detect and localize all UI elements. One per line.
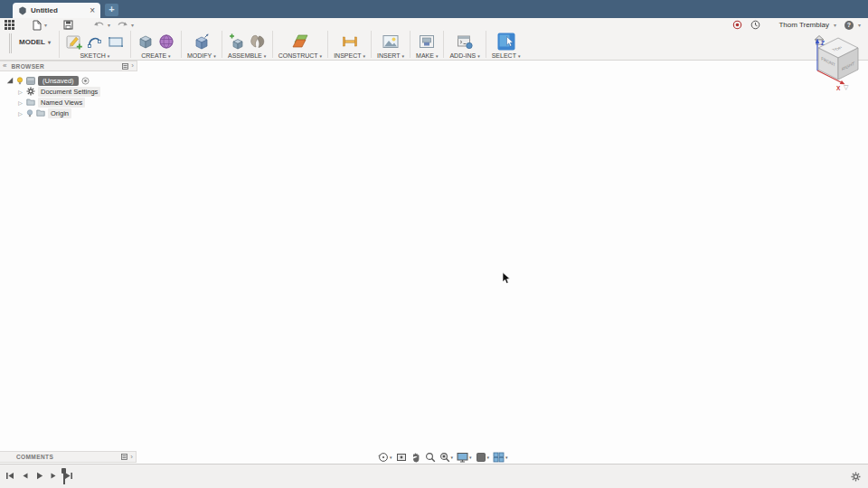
tree-item-label[interactable]: Document Settings: [38, 87, 100, 97]
ribbon-group-make: MAKE ▾: [413, 30, 440, 59]
play-icon[interactable]: [35, 471, 43, 481]
visibility-bulb-off-icon[interactable]: [26, 109, 33, 117]
expander-closed-icon[interactable]: ▷: [17, 110, 24, 117]
viewports-button[interactable]: ▾: [493, 452, 508, 463]
grid-and-snaps-icon: [476, 452, 486, 463]
ribbon-group-addins: ADD-INS ▾: [447, 30, 482, 59]
insert-dropdown[interactable]: INSERT ▾: [377, 52, 404, 59]
look-at-icon[interactable]: [396, 452, 407, 463]
joint-icon[interactable]: [249, 33, 267, 51]
scripts-and-addins-icon[interactable]: [456, 33, 474, 51]
ribbon-group-sketch: SKETCH ▾: [62, 30, 127, 59]
group-label: MODIFY: [187, 52, 212, 59]
construction-plane-icon[interactable]: [291, 33, 309, 51]
tree-item-label[interactable]: Origin: [48, 108, 71, 118]
document-tab[interactable]: Untitled ×: [13, 3, 100, 18]
close-tab-icon[interactable]: ×: [90, 7, 95, 14]
browser-header[interactable]: « BROWSER ›: [0, 61, 137, 71]
addins-dropdown[interactable]: ADD-INS ▾: [449, 52, 479, 59]
sketch-dropdown[interactable]: SKETCH ▾: [80, 52, 109, 59]
tree-row-root[interactable]: (Unsaved): [0, 75, 137, 86]
viewcube[interactable]: Z X TOP FRONT RIGHT ▽: [808, 31, 868, 94]
panel-dock-icon[interactable]: [122, 63, 128, 70]
select-cursor-icon[interactable]: [497, 33, 515, 51]
viewports-icon: [493, 452, 505, 463]
create-box-icon[interactable]: [137, 33, 155, 51]
make-dropdown[interactable]: MAKE ▾: [416, 52, 438, 59]
select-dropdown[interactable]: SELECT ▾: [492, 52, 521, 59]
panel-dock-icon[interactable]: [121, 454, 127, 460]
tree-row-named-views[interactable]: ▷ Named Views: [0, 97, 137, 108]
help-caret-icon[interactable]: ▾: [858, 22, 861, 28]
viewcube-menu-icon[interactable]: ▽: [844, 84, 848, 91]
expander-closed-icon[interactable]: ▷: [17, 89, 24, 95]
group-label: MAKE: [416, 52, 434, 59]
ribbon-group-construct: CONSTRUCT ▾: [276, 30, 325, 59]
show-data-panel-grid-icon[interactable]: [5, 20, 14, 30]
save-icon[interactable]: [63, 20, 73, 30]
press-pull-icon[interactable]: [193, 33, 211, 51]
timeline-settings-gear-icon[interactable]: [851, 472, 861, 482]
assemble-dropdown[interactable]: ASSEMBLE ▾: [228, 52, 266, 59]
timeline-position-marker[interactable]: [61, 468, 67, 484]
visibility-bulb-on-icon[interactable]: [16, 77, 24, 85]
step-back-icon[interactable]: [21, 471, 29, 481]
display-settings-button[interactable]: ▾: [457, 452, 472, 463]
group-label: INSPECT: [334, 52, 361, 59]
help-icon[interactable]: ?: [844, 21, 854, 30]
tree-item-label[interactable]: Named Views: [38, 98, 85, 108]
ribbon-group-select: SELECT ▾: [489, 30, 524, 59]
3d-print-icon[interactable]: [418, 33, 436, 51]
go-to-start-icon[interactable]: [5, 471, 14, 481]
grid-and-snaps-button[interactable]: ▾: [476, 452, 490, 463]
new-tab-button[interactable]: +: [105, 4, 118, 16]
tree-row-document-settings[interactable]: ▷ Document Settings: [0, 86, 137, 97]
ribbon-toolbar: MODEL ▾: [0, 30, 868, 60]
ribbon-divider: [59, 31, 60, 58]
zoom-icon[interactable]: [425, 452, 436, 463]
sketch-rectangle-icon[interactable]: [107, 33, 125, 51]
new-component-icon[interactable]: [228, 33, 246, 51]
user-menu[interactable]: Thom Tremblay: [778, 21, 829, 29]
file-menu-icon[interactable]: [33, 20, 42, 31]
caret-down-icon: ▾: [469, 455, 472, 460]
redo-caret-icon[interactable]: ▾: [131, 22, 134, 28]
collapse-browser-icon[interactable]: «: [3, 61, 6, 70]
modify-dropdown[interactable]: MODIFY ▾: [187, 52, 216, 59]
construct-dropdown[interactable]: CONSTRUCT ▾: [278, 52, 322, 59]
ribbon-divider: [130, 31, 131, 58]
caret-down-icon: ▾: [518, 53, 521, 59]
activate-component-icon[interactable]: [81, 77, 90, 85]
caret-down-icon: ▾: [505, 455, 508, 460]
redo-icon[interactable]: [117, 20, 128, 30]
expand-panel-icon[interactable]: ›: [131, 61, 134, 70]
pan-icon[interactable]: [410, 452, 421, 463]
inspect-dropdown[interactable]: INSPECT ▾: [334, 52, 365, 59]
file-menu-caret-icon[interactable]: ▾: [44, 22, 47, 28]
group-label: CREATE: [141, 52, 166, 59]
ribbon-divider: [272, 31, 273, 58]
insert-image-icon[interactable]: [382, 33, 400, 51]
job-status-icon[interactable]: [732, 20, 742, 30]
step-forward-icon[interactable]: [50, 471, 58, 481]
user-menu-caret-icon[interactable]: ▾: [834, 22, 836, 28]
expand-panel-icon[interactable]: ›: [130, 453, 133, 461]
create-dropdown[interactable]: CREATE ▾: [141, 52, 170, 59]
tree-row-origin[interactable]: ▷ Origin: [0, 108, 137, 118]
group-label: SELECT: [492, 52, 516, 59]
ribbon-grip[interactable]: [9, 33, 12, 53]
expander-open-icon[interactable]: [6, 77, 14, 84]
spline-icon[interactable]: [86, 33, 104, 51]
fit-button[interactable]: ▾: [439, 452, 454, 463]
undo-icon[interactable]: [93, 20, 105, 30]
notification-clock-icon[interactable]: [750, 20, 760, 30]
orbit-button[interactable]: ▾: [378, 452, 392, 463]
workspace-selector[interactable]: MODEL ▾: [19, 38, 51, 46]
expander-closed-icon[interactable]: ▷: [17, 99, 24, 106]
undo-caret-icon[interactable]: ▾: [108, 22, 110, 28]
create-sketch-icon[interactable]: [65, 33, 83, 51]
create-form-icon[interactable]: [157, 33, 175, 51]
root-document-label[interactable]: (Unsaved): [38, 76, 79, 86]
measure-icon[interactable]: [341, 33, 359, 51]
comments-panel[interactable]: COMMENTS ›: [0, 451, 137, 463]
